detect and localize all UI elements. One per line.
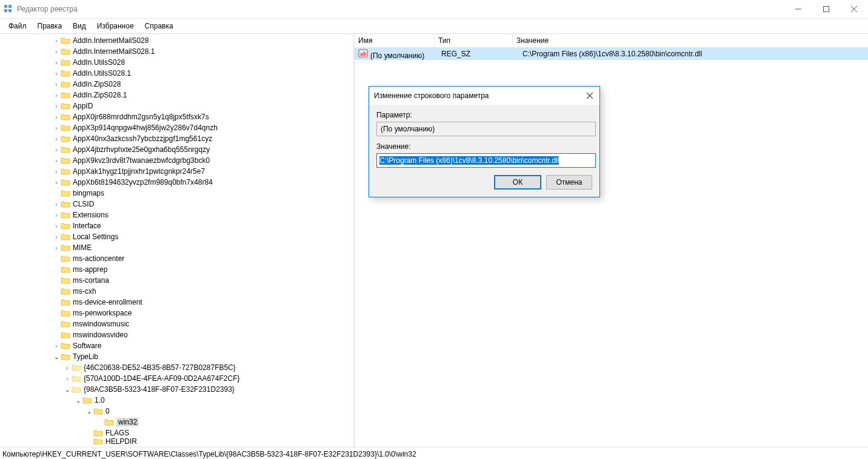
tree-item[interactable]: ›AppXb6t8194632yvzp2fm989q0bfn7x48r84 — [0, 177, 353, 188]
tree-item[interactable]: ›AddIn.UtilsS028 — [0, 57, 353, 68]
tree-item[interactable]: ⌄TypeLib — [0, 351, 353, 362]
chevron-right-icon[interactable]: › — [63, 365, 72, 371]
chevron-right-icon[interactable]: › — [63, 375, 72, 382]
chevron-right-icon[interactable]: › — [52, 212, 61, 219]
tree-item-label: HELPDIR — [105, 438, 137, 444]
folder-icon — [61, 265, 70, 274]
tree-item[interactable]: ⌄0 — [0, 406, 353, 417]
chevron-right-icon[interactable]: › — [52, 343, 61, 349]
cell-name: ab (По умолчанию) — [355, 48, 438, 60]
tree-item[interactable]: mswindowsvideo — [0, 329, 353, 340]
minimize-button[interactable] — [784, 0, 812, 18]
tree-item[interactable]: ms-apprep — [0, 264, 353, 275]
folder-icon — [93, 438, 103, 444]
tree-item[interactable]: ›AppX9kvz3rdv8t7twanaezbwfcdgrbg3bck0 — [0, 155, 353, 166]
tree-item[interactable]: ›{46C20638-DE52-4B35-8B57-727B0287FB5C} — [0, 362, 353, 373]
tree-item[interactable]: win32 — [0, 417, 353, 428]
tree-item[interactable]: ›Interface — [0, 220, 353, 231]
chevron-right-icon[interactable]: › — [52, 125, 61, 131]
column-header-value[interactable]: Значение — [513, 34, 868, 47]
chevron-right-icon[interactable]: › — [52, 245, 61, 251]
dialog-titlebar[interactable]: Изменение строкового параметра — [369, 87, 599, 105]
value-edit-field[interactable]: C:\Program Files (x86)\1cv8\8.3.10.2580\… — [376, 153, 596, 168]
tree-item[interactable]: ›AppX40nx3azkcssh7ybcbzzjpgf1mg561cyz — [0, 133, 353, 144]
tree-item-label: TypeLib — [73, 352, 98, 361]
folder-icon — [61, 352, 70, 361]
list-row[interactable]: ab (По умолчанию) REG_SZ C:\Program File… — [355, 48, 868, 60]
tree-item[interactable]: ›AppXak1hygz1tpjjnxhr1pwtcgnkpr24r5e7 — [0, 166, 353, 177]
chevron-down-icon[interactable]: ⌄ — [74, 397, 82, 404]
tree-item[interactable]: ›CLSID — [0, 199, 353, 210]
chevron-right-icon[interactable]: › — [52, 92, 61, 99]
folder-icon — [72, 374, 81, 383]
tree-item-label: AppID — [73, 102, 93, 110]
tree-item[interactable]: ›AppX4jbzrhvphxte25e0gxha6bq555nrgqzy — [0, 144, 353, 155]
tree-item[interactable]: ›AddIn.InternetMailS028 — [0, 35, 353, 46]
chevron-right-icon[interactable]: › — [52, 59, 61, 66]
folder-icon — [61, 178, 70, 187]
tree-item[interactable]: HELPDIR — [0, 438, 353, 444]
dialog-close-button[interactable] — [583, 89, 597, 102]
tree-item[interactable]: ›AppX0jr688mrddhm2gsn5y1q8jpx5tfsxk7s — [0, 111, 353, 122]
tree-item[interactable]: ›AddIn.ZipS028 — [0, 79, 353, 90]
column-header-name[interactable]: Имя — [355, 34, 435, 47]
tree-item[interactable]: ›AddIn.ZipS028.1 — [0, 90, 353, 101]
tree-item[interactable]: ›Local Settings — [0, 231, 353, 242]
tree-item-label: AppXak1hygz1tpjjnxhr1pwtcgnkpr24r5e7 — [73, 167, 205, 176]
chevron-right-icon[interactable]: › — [52, 81, 61, 88]
cancel-button[interactable]: Отмена — [546, 175, 592, 190]
chevron-right-icon[interactable]: › — [52, 103, 61, 110]
chevron-right-icon[interactable]: › — [52, 234, 61, 240]
chevron-right-icon[interactable]: › — [52, 48, 61, 55]
tree-item[interactable]: ms-cxh — [0, 286, 353, 297]
tree-item-label: AddIn.ZipS028.1 — [73, 91, 127, 99]
chevron-right-icon[interactable]: › — [52, 38, 61, 44]
chevron-right-icon[interactable]: › — [52, 147, 61, 153]
chevron-down-icon[interactable]: ⌄ — [63, 386, 72, 393]
tree-item[interactable]: ›AddIn.UtilsS028.1 — [0, 68, 353, 79]
tree-item[interactable]: ›Software — [0, 340, 353, 351]
chevron-down-icon[interactable]: ⌄ — [85, 408, 93, 415]
ok-button[interactable]: ОК — [494, 175, 541, 190]
tree-item[interactable]: ›AppX3p914qnpgw4hwj856jw2y286v7d4qnzh — [0, 122, 353, 133]
menu-избранное[interactable]: Избранное — [92, 21, 139, 31]
tree-item[interactable]: ›AddIn.InternetMailS028.1 — [0, 46, 353, 57]
tree-item[interactable]: ⌄{98AC3B5B-5323-418F-8F07-E32F231D2393} — [0, 384, 353, 395]
menu-правка[interactable]: Правка — [33, 21, 67, 31]
tree-item[interactable]: mswindowsmusic — [0, 319, 353, 329]
menu-файл[interactable]: Файл — [4, 21, 32, 31]
tree-item[interactable]: FLAGS — [0, 428, 353, 438]
close-button[interactable] — [840, 0, 868, 18]
tree-item[interactable]: bingmaps — [0, 188, 353, 199]
chevron-right-icon[interactable]: › — [52, 157, 61, 164]
chevron-right-icon[interactable]: › — [52, 114, 61, 121]
folder-icon — [61, 124, 70, 132]
chevron-right-icon[interactable]: › — [52, 136, 61, 142]
tree-item[interactable]: ›AppID — [0, 101, 353, 111]
registry-tree-pane[interactable]: ›AddIn.InternetMailS028›AddIn.InternetMa… — [0, 34, 355, 447]
chevron-right-icon[interactable]: › — [52, 179, 61, 186]
status-path: Компьютер\HKEY_CURRENT_USER\SOFTWARE\Cla… — [2, 450, 416, 458]
chevron-right-icon[interactable]: › — [52, 168, 61, 175]
chevron-right-icon[interactable]: › — [52, 223, 61, 230]
tree-item-label: 0 — [105, 407, 110, 415]
window-titlebar: Редактор реестра — [0, 0, 868, 19]
folder-icon — [61, 113, 70, 121]
menu-справка[interactable]: Справка — [140, 21, 178, 31]
tree-item[interactable]: ›Extensions — [0, 210, 353, 220]
cell-value: C:\Program Files (x86)\1cv8\8.3.10.2580\… — [519, 50, 754, 58]
menu-вид[interactable]: Вид — [68, 21, 91, 31]
column-header-type[interactable]: Тип — [435, 34, 513, 47]
tree-item-label: win32 — [116, 418, 139, 426]
chevron-right-icon[interactable]: › — [52, 201, 61, 208]
tree-item[interactable]: ms-penworkspace — [0, 308, 353, 319]
chevron-down-icon[interactable]: ⌄ — [52, 354, 61, 360]
tree-item[interactable]: ms-actioncenter — [0, 253, 353, 264]
maximize-button[interactable] — [812, 0, 840, 18]
tree-item[interactable]: ›MIME — [0, 242, 353, 253]
tree-item[interactable]: ›{570A100D-1D4E-4FEA-AF09-0D2AA674F2CF} — [0, 373, 353, 384]
tree-item[interactable]: ms-device-enrollment — [0, 297, 353, 308]
chevron-right-icon[interactable]: › — [52, 70, 61, 77]
tree-item[interactable]: ⌄1.0 — [0, 395, 353, 406]
tree-item[interactable]: ms-cortana — [0, 275, 353, 286]
